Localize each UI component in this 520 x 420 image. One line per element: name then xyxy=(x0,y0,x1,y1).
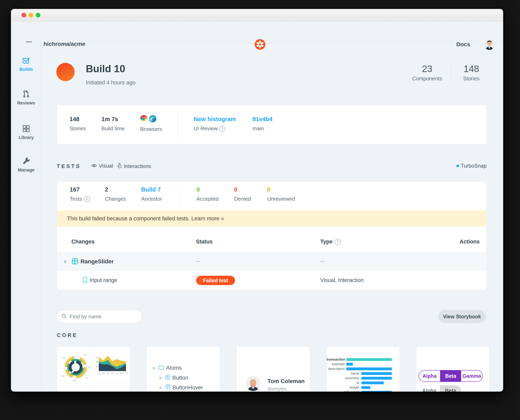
story-card-user[interactable]: Tom Coleman domyen xyxy=(237,346,310,392)
close-window-button[interactable] xyxy=(22,13,26,17)
core-section-heading: CORE xyxy=(57,332,78,338)
edge-browser-icon xyxy=(149,115,156,123)
svg-text:1.0: 1.0 xyxy=(97,372,100,375)
reviews-icon xyxy=(22,95,30,99)
tree-item-component[interactable]: ▸ ButtonHover xyxy=(160,384,203,391)
failed-test-badge[interactable]: Failed test xyxy=(196,276,235,285)
zoom-window-button[interactable] xyxy=(36,13,40,17)
tree-item-component[interactable]: ▸ Button xyxy=(160,375,188,381)
svg-text:5: 5 xyxy=(96,365,97,368)
svg-text:10: 10 xyxy=(96,361,98,363)
stat-unreviewed: 0 Unreviewed xyxy=(267,186,295,202)
ui-review-help-icon[interactable]: ? xyxy=(219,126,225,132)
table-row-story[interactable]: Input range Failed test Visual, Interact… xyxy=(57,271,486,290)
build-failed-banner: This build failed because a component fa… xyxy=(57,210,486,227)
summary-commit: 81e4b4 main xyxy=(253,116,272,132)
profile-avatar xyxy=(245,376,261,391)
story-card-argbars[interactable]: transaction estimate description name su… xyxy=(326,346,400,392)
stat-denied: 0 Denied xyxy=(234,186,251,202)
tree-item-folder[interactable]: ▾ Atoms xyxy=(153,365,182,371)
type-help-icon[interactable]: ? xyxy=(335,239,341,245)
column-header-type: Type ? xyxy=(320,239,341,245)
commit-link[interactable]: 81e4b4 xyxy=(253,116,272,123)
tests-card: 167 Tests ? 2 Changes Build 7 Ancestor 0… xyxy=(57,182,487,290)
area-chart-thumbnail: 15 10 5 1.0 2.0 3.0 4.0 5.0 6.0 7.0 xyxy=(96,355,129,378)
builds-icon xyxy=(22,61,30,65)
stat-changes: 2 Changes xyxy=(105,186,126,202)
component-grid-icon xyxy=(165,384,170,391)
sidebar-item-library[interactable]: Library xyxy=(11,125,41,140)
svg-text:4.0: 4.0 xyxy=(62,357,65,359)
folder-icon xyxy=(158,365,164,371)
svg-text:6.0: 6.0 xyxy=(120,372,123,375)
docs-link[interactable]: Docs xyxy=(456,41,470,48)
alpha-button[interactable]: Alpha xyxy=(419,370,440,382)
summary-build-time: 1m 7s Build time xyxy=(101,116,125,132)
learn-more-link[interactable]: Learn more » xyxy=(191,216,224,222)
sidebar-item-label: Library xyxy=(11,135,41,140)
summary-ui-review: New histogram UI Review ? xyxy=(194,116,236,132)
svg-text:15: 15 xyxy=(96,357,98,359)
sidebar-item-reviews[interactable]: Reviews xyxy=(11,90,41,106)
header-divider xyxy=(451,61,451,84)
ancestor-build-link[interactable]: Build 7 xyxy=(141,186,162,193)
profile-handle: domyen xyxy=(267,386,286,392)
caret-right-icon[interactable]: ▸ xyxy=(160,385,163,390)
beta-button[interactable]: Beta xyxy=(440,370,461,382)
column-header-actions: Actions xyxy=(439,239,480,245)
svg-text:3.0: 3.0 xyxy=(107,372,110,375)
chrome-browser-icon xyxy=(140,115,148,123)
summary-stories: 148 Stories xyxy=(70,116,86,132)
stats-divider xyxy=(179,185,179,207)
tests-help-icon[interactable]: ? xyxy=(84,196,90,202)
search-input[interactable] xyxy=(69,313,135,320)
column-header-changes: Changes xyxy=(71,239,95,245)
alpha-button[interactable]: Alpha xyxy=(419,385,440,392)
sidebar: Builds Reviews xyxy=(11,43,42,392)
window-titlebar xyxy=(11,9,503,21)
turbosnap-indicator[interactable]: TurboSnap xyxy=(456,163,487,169)
summary-browsers: Browsers xyxy=(140,115,162,132)
ui-review-link[interactable]: New histogram xyxy=(194,116,236,123)
turbosnap-dot-icon xyxy=(456,165,459,167)
minimize-window-button[interactable] xyxy=(29,13,33,17)
caret-right-icon[interactable]: ▸ xyxy=(160,375,163,380)
user-avatar[interactable] xyxy=(484,39,495,50)
stat-accepted: 0 Accepted xyxy=(197,186,218,202)
project-breadcrumb[interactable]: hichroma/acme xyxy=(44,41,85,47)
sidebar-item-manage[interactable]: Manage xyxy=(11,157,41,173)
sidebar-item-label: Builds xyxy=(11,67,41,72)
sidebar-item-builds[interactable]: Builds xyxy=(11,57,41,72)
component-grid-icon xyxy=(72,258,78,265)
story-card-charts[interactable]: 1.0 2.0 4.0 5.0 6.0 7.0 15 10 5 1.0 xyxy=(57,346,130,392)
table-row-component[interactable]: ▾ RangeSlider -- -- xyxy=(57,252,486,271)
svg-text:5.0: 5.0 xyxy=(61,375,64,377)
summary-divider xyxy=(178,111,178,139)
svg-text:7.0: 7.0 xyxy=(85,377,88,379)
svg-text:2.0: 2.0 xyxy=(83,354,86,356)
stories-count-block: 148 Stories xyxy=(455,63,488,82)
story-card-buttons[interactable]: Alpha Beta Gamma Alpha Beta xyxy=(416,346,490,392)
visual-tests-toggle[interactable]: Visual xyxy=(91,163,113,169)
svg-text:4.0: 4.0 xyxy=(111,372,114,375)
beta-button[interactable]: Beta xyxy=(440,385,461,392)
tests-heading: TESTS xyxy=(57,163,81,169)
branch-name: main xyxy=(253,125,272,132)
components-count-block: 23 Components xyxy=(407,63,447,82)
chevron-down-icon[interactable]: ▾ xyxy=(64,259,67,265)
polar-chart-thumbnail: 1.0 2.0 4.0 5.0 6.0 7.0 xyxy=(59,349,92,383)
chromatic-logo-icon[interactable] xyxy=(255,39,265,50)
svg-text:5.0: 5.0 xyxy=(116,372,119,375)
interaction-tests-toggle[interactable]: Interactions xyxy=(117,163,151,170)
app-window: hichroma/acme Docs xyxy=(11,9,503,392)
story-card-tree[interactable]: ▾ Atoms ▸ Button ▸ Bu xyxy=(147,346,220,392)
svg-text:7.0: 7.0 xyxy=(125,372,127,375)
svg-text:2.0: 2.0 xyxy=(102,372,105,375)
caret-down-icon[interactable]: ▾ xyxy=(153,366,156,370)
build-title: Build 10 xyxy=(86,63,125,75)
component-grid-icon xyxy=(165,375,170,381)
gamma-button[interactable]: Gamma xyxy=(461,370,482,382)
manage-icon xyxy=(22,162,30,165)
view-storybook-button[interactable]: View Storybook xyxy=(438,310,486,323)
eye-icon xyxy=(91,163,97,169)
